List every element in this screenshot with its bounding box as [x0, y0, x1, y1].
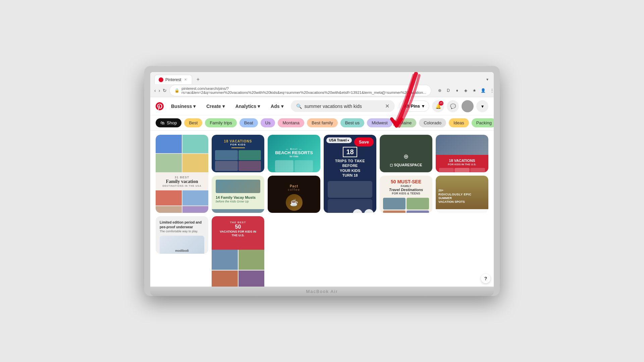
business-nav[interactable]: Business ▾: [168, 102, 199, 111]
pins-grid: 31 BEST Family vacation DESTINATIONS IN …: [150, 131, 494, 287]
more-button[interactable]: •••: [364, 209, 374, 213]
pin-card-50vacations[interactable]: THE BEST 50 VACATIONS FOR KIDS IN THE U.…: [212, 216, 264, 287]
business-label: Business: [171, 104, 192, 109]
laptop-frame: Pinterest ✕ + ▾ ‹ › ↻ 🔒 pinterest.com/se…: [144, 66, 500, 296]
pin-card-underwear-ad[interactable]: Limited edition period and pee-proof und…: [156, 216, 208, 254]
reload-button[interactable]: ↻: [163, 86, 167, 95]
analytics-chevron: ▾: [258, 104, 260, 109]
extension-icon-2[interactable]: D: [445, 87, 452, 94]
tag-colorado-label: Colorado: [424, 120, 441, 125]
ads-label: Ads: [271, 104, 279, 109]
user-avatar[interactable]: [462, 100, 474, 112]
laptop-model: MacBook Air: [306, 289, 338, 294]
tag-ideas-label: Ideas: [453, 120, 464, 125]
url-text: pinterest.com/search/pins/?rs=ac&len=2&q…: [181, 86, 426, 95]
tag-colorado[interactable]: Colorado: [419, 118, 446, 127]
pin-card-must-see[interactable]: 50 MUST-SEE FAMILY Travel Destinations F…: [380, 176, 432, 213]
tag-maine[interactable]: Maine: [395, 118, 416, 127]
tag-best-us[interactable]: Best us: [340, 118, 364, 127]
pinterest-header: Business ▾ Create ▾ Analytics ▾ Ads ▾ 🔍 …: [150, 97, 494, 115]
notifications-button[interactable]: 🔔 25: [432, 100, 444, 112]
search-clear-button[interactable]: ✕: [385, 103, 389, 109]
tag-shop-label: Shop: [167, 120, 177, 125]
pin-card-18vacations[interactable]: 18 VACATIONS FOR KIDS 18 Best Vacations …: [212, 135, 264, 172]
header-menu-button[interactable]: ▾: [476, 100, 488, 112]
tag-best[interactable]: Best: [184, 118, 202, 127]
tag-family-trips-label: Family trips: [210, 120, 232, 125]
secure-icon: 🔒: [174, 88, 179, 93]
pin-card-14vacay[interactable]: 14 Family Vacay Musts before the Kids Gr…: [212, 176, 264, 213]
analytics-label: Analytics: [235, 104, 256, 109]
browser-tab[interactable]: Pinterest ✕: [154, 75, 192, 84]
tag-packing[interactable]: Packing: [472, 118, 494, 127]
tag-midwest-label: Midwest: [372, 120, 388, 125]
url-input[interactable]: 🔒 pinterest.com/search/pins/?rs=ac&len=2…: [169, 85, 431, 96]
tab-bar: Pinterest ✕ + ▾: [150, 72, 494, 84]
all-pins-button[interactable]: All Pins ▾: [399, 101, 429, 112]
tag-best-family-label: Best family: [312, 120, 333, 125]
ads-nav[interactable]: Ads ▾: [267, 102, 286, 111]
board-pill[interactable]: USA Travel ▾: [326, 137, 352, 143]
notification-badge: 25: [439, 101, 443, 106]
shop-icon: 🛍: [160, 120, 165, 125]
save-button-overlay[interactable]: Save: [354, 137, 374, 146]
back-button[interactable]: ‹: [154, 86, 156, 95]
analytics-nav[interactable]: Analytics ▾: [232, 102, 263, 111]
ads-chevron: ▾: [281, 104, 283, 109]
pin-bottom-actions: ⬆ •••: [353, 209, 374, 213]
profile-icon[interactable]: 👤: [480, 87, 487, 94]
tab-dropdown[interactable]: ▾: [486, 77, 490, 82]
all-pins-label: All Pins: [404, 104, 420, 109]
pin-card-18vacations-us[interactable]: 18 VACATIONS FOR KIDS IN THE U.S. 18 Bes…: [436, 135, 488, 172]
pin-card-family-vacation[interactable]: 31 BEST Family vacation DESTINATIONS IN …: [156, 135, 208, 213]
pin-card-epic-summer[interactable]: 20+ RIDICULOUSLY EPIC SUMMER VACATION SP…: [436, 176, 488, 213]
pinterest-favicon: [159, 77, 163, 82]
help-button[interactable]: ?: [481, 274, 490, 283]
laptop-base: MacBook Air: [150, 287, 494, 296]
tag-shop[interactable]: 🛍 Shop: [156, 118, 181, 127]
save-button[interactable]: Save: [354, 137, 374, 146]
pinterest-logo[interactable]: [156, 102, 164, 110]
forward-button[interactable]: ›: [159, 86, 160, 95]
browser-chrome: Pinterest ✕ + ▾ ‹ › ↻ 🔒 pinterest.com/se…: [150, 72, 494, 97]
filter-tags-bar: 🛍 Shop Best Family trips Beat Us Montana…: [150, 115, 494, 131]
bookmark-icon[interactable]: ★: [471, 87, 478, 94]
board-chevron: ▾: [347, 139, 349, 142]
usa-travel-label: USA Travel: [329, 138, 346, 142]
messages-button[interactable]: 💬: [447, 100, 459, 112]
tag-beat-label: Beat: [244, 120, 253, 125]
all-pins-chevron: ▾: [422, 104, 424, 109]
pin-card-squarespace[interactable]: ⊕ ◻ SQUARESPACE Turn Your Talents Into a…: [380, 135, 432, 172]
tag-montana[interactable]: Montana: [278, 118, 304, 127]
menu-icon[interactable]: ⋮: [488, 87, 494, 94]
tag-beat[interactable]: Beat: [239, 118, 258, 127]
tag-ideas[interactable]: Ideas: [449, 118, 469, 127]
pin-card-coffee[interactable]: Pact coffee ☕ 10% Off your 1st and2nd or…: [268, 176, 320, 213]
tag-best-us-label: Best us: [345, 120, 360, 125]
extension-icon-3[interactable]: ♦: [453, 87, 461, 94]
laptop-screen: Pinterest ✕ + ▾ ‹ › ↻ 🔒 pinterest.com/se…: [150, 72, 494, 287]
tag-packing-label: Packing: [476, 120, 492, 125]
share-button[interactable]: ⬆: [353, 209, 362, 213]
board-selector-overlay[interactable]: USA Travel ▾: [326, 137, 352, 143]
extension-icon-1[interactable]: ⊕: [436, 87, 443, 94]
pin-card-18trips[interactable]: USA Travel ▾ Save 18 TRIPS TO TAKE BEFOR…: [324, 135, 376, 213]
tag-family-trips[interactable]: Family trips: [205, 118, 236, 127]
search-bar[interactable]: 🔍 summer vacations with kids ✕: [291, 100, 395, 112]
pinterest-logo-svg: [156, 102, 164, 110]
create-label: Create: [206, 104, 221, 109]
create-chevron: ▾: [222, 104, 225, 109]
tag-maine-label: Maine: [400, 120, 412, 125]
business-chevron: ▾: [193, 104, 196, 109]
tag-us[interactable]: Us: [261, 118, 275, 127]
tag-best-family[interactable]: Best family: [307, 118, 338, 127]
extension-icon-4[interactable]: ◈: [462, 87, 470, 94]
pin-card-beach-resorts[interactable]: — Best — BEACH RESORTS for Kids Best Bea…: [268, 135, 320, 172]
new-tab-button[interactable]: +: [194, 75, 202, 84]
tab-close-button[interactable]: ✕: [183, 77, 188, 82]
search-icon: 🔍: [296, 104, 302, 109]
browser-action-buttons: ⊕ D ♦ ◈ ★ 👤 ⋮: [436, 87, 494, 94]
tag-midwest[interactable]: Midwest: [367, 118, 392, 127]
create-nav[interactable]: Create ▾: [203, 102, 228, 111]
tag-best-label: Best: [189, 120, 198, 125]
